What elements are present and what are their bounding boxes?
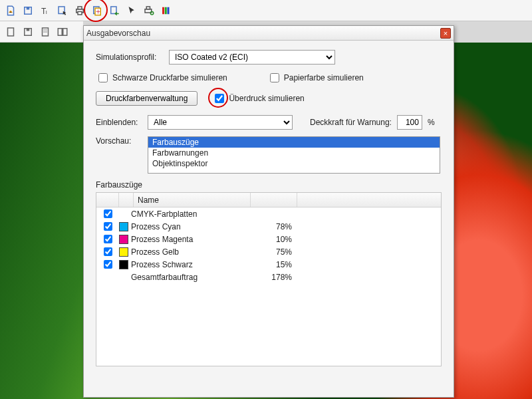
list-item[interactable]: Farbwarnungen (148, 148, 440, 158)
save2-icon[interactable] (20, 24, 36, 40)
table-row: Prozess Magenta10% (96, 233, 441, 245)
color-bars-icon[interactable] (158, 3, 174, 19)
table-header: Name (96, 193, 441, 207)
svg-rect-10 (111, 7, 116, 14)
svg-rect-15 (165, 7, 167, 14)
col-name: Name (134, 193, 251, 207)
svg-rect-6 (78, 7, 82, 9)
opacity-input[interactable] (397, 115, 422, 130)
close-icon[interactable]: × (440, 28, 451, 39)
toolbar-secondary (0, 21, 83, 43)
svg-rect-7 (78, 11, 82, 15)
row-name: Gesamtfarbauftrag (131, 273, 248, 282)
table-row: CMYK-Farbplatten (96, 207, 441, 220)
simprofile-select[interactable]: ISO Coated v2 (ECI) (169, 50, 335, 65)
svg-rect-21 (58, 28, 62, 35)
chk-paper-color[interactable]: Papierfarbe simulieren (267, 71, 364, 84)
export-icon[interactable] (106, 3, 122, 19)
spread-icon[interactable] (55, 24, 70, 40)
print-setup-icon[interactable] (141, 3, 157, 19)
dialog-title: Ausgabevorschau (86, 29, 150, 38)
table-row: Gesamtfarbauftrag178% (96, 271, 441, 283)
preview-label: Vorschau: (96, 136, 142, 146)
row-checkbox[interactable] (104, 209, 112, 218)
svg-rect-9 (95, 8, 100, 15)
show-select[interactable]: Alle (148, 115, 293, 130)
svg-rect-1 (27, 7, 30, 9)
row-name: Prozess Schwarz (131, 260, 248, 269)
ink-manager-button[interactable]: Druckfarbenverwaltung (96, 91, 198, 106)
dialog-titlebar[interactable]: Ausgabevorschau × (84, 26, 454, 41)
page-icon[interactable] (3, 24, 19, 40)
row-value: 75% (248, 247, 292, 257)
select-icon[interactable] (55, 3, 70, 19)
svg-rect-8 (94, 7, 99, 14)
row-checkbox[interactable] (104, 260, 112, 269)
table-row: Prozess Gelb75% (96, 245, 441, 258)
row-checkbox[interactable] (104, 235, 112, 243)
simprofile-label: Simulationsprofil: (96, 53, 164, 62)
table-row: Prozess Schwarz15% (96, 258, 441, 271)
pointer-icon[interactable] (124, 3, 140, 19)
list-item[interactable]: Farbauszüge (148, 137, 440, 148)
row-value: 15% (248, 260, 292, 269)
row-name: Prozess Gelb (131, 247, 248, 257)
table-row: Prozess Cyan78% (96, 220, 441, 233)
opacity-label: Deckkraft für Warnung: (310, 118, 392, 127)
row-name: CMYK-Farbplatten (131, 209, 248, 219)
preview-listbox[interactable]: Farbauszüge Farbwarnungen Objektinspekto… (148, 136, 440, 174)
show-label: Einblenden: (96, 118, 142, 127)
color-swatch (119, 222, 128, 231)
svg-rect-16 (168, 7, 170, 14)
color-swatch (119, 247, 128, 257)
output-preview-dialog: Ausgabevorschau × Simulationsprofil: ISO… (83, 25, 454, 398)
row-value: 178% (248, 273, 292, 282)
list-item[interactable]: Objektinspektor (148, 158, 440, 169)
text-icon[interactable]: TI (37, 3, 53, 19)
preflight-icon[interactable] (89, 3, 105, 19)
color-swatch (119, 273, 128, 282)
opacity-unit: % (428, 118, 435, 127)
row-name: Prozess Cyan (131, 222, 248, 231)
row-value: 10% (248, 235, 292, 244)
chk-black-ink[interactable]: Schwarze Druckfarbe simulieren (96, 71, 227, 84)
svg-rect-19 (27, 28, 30, 31)
svg-rect-12 (146, 7, 150, 9)
svg-text:I: I (46, 9, 47, 15)
color-swatch (119, 235, 128, 244)
separations-table: Name CMYK-FarbplattenProzess Cyan78%Proz… (96, 192, 442, 366)
toolbar-main: TI (0, 0, 532, 21)
separations-title: Farbauszüge (96, 180, 442, 190)
chk-overprint[interactable]: Überdruck simulieren (212, 92, 304, 105)
color-swatch (119, 260, 128, 269)
svg-rect-14 (162, 7, 164, 14)
row-value: 78% (248, 222, 292, 231)
svg-rect-17 (8, 28, 14, 36)
new-doc-icon[interactable] (3, 3, 19, 19)
row-name: Prozess Magenta (131, 235, 248, 244)
row-checkbox[interactable] (104, 222, 112, 231)
page2-icon[interactable] (37, 24, 53, 40)
svg-rect-22 (63, 28, 67, 35)
save-icon[interactable] (20, 3, 36, 19)
row-checkbox[interactable] (104, 247, 112, 256)
color-swatch (119, 209, 128, 219)
